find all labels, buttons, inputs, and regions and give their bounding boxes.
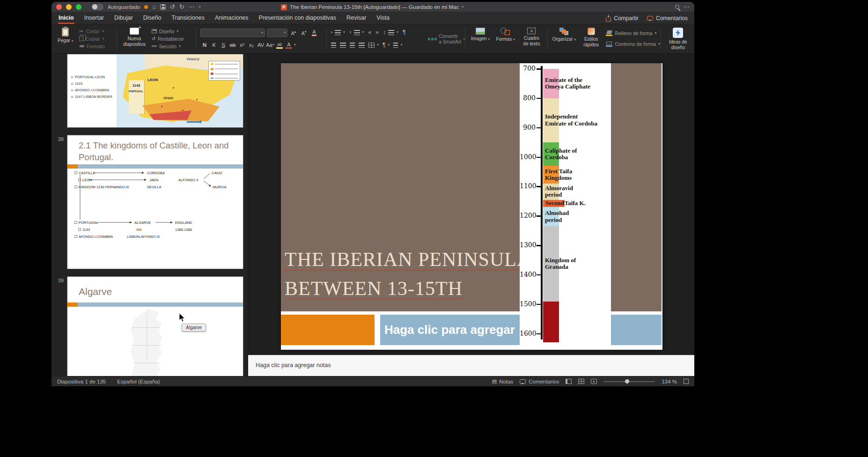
- tab-vista[interactable]: Vista: [376, 12, 390, 24]
- tab-animaciones[interactable]: Animaciones: [214, 12, 249, 24]
- arrange-icon: [559, 28, 569, 35]
- shrink-font-button[interactable]: A▾: [300, 29, 308, 36]
- language-indicator[interactable]: Español (España): [117, 379, 160, 384]
- numbering-button[interactable]: 1▾: [349, 29, 364, 36]
- font-color-button[interactable]: A: [285, 41, 293, 49]
- toolbar-caret-icon[interactable]: ▾: [199, 5, 201, 9]
- change-case-button[interactable]: Aa▾: [266, 41, 274, 49]
- caret-icon: ▾: [397, 30, 398, 34]
- current-slide[interactable]: THE IBERIAN PENINSULA BETWEEN 13-15TH 70…: [281, 63, 662, 350]
- caret-icon: ▾: [513, 37, 515, 42]
- fit-to-window-button[interactable]: [684, 379, 689, 384]
- quick-styles-icon: [588, 28, 595, 35]
- slide-brown-panel[interactable]: THE IBERIAN PENINSULA BETWEEN 13-15TH: [281, 63, 520, 311]
- layout-button[interactable]: Diseño▾: [152, 28, 191, 35]
- tab-transiciones[interactable]: Transiciones: [171, 12, 205, 24]
- notes-toggle-button[interactable]: ▤Notas: [492, 379, 513, 384]
- tab-diseno[interactable]: Diseño: [143, 12, 162, 24]
- slide-sorter-view-button[interactable]: [578, 379, 584, 384]
- paragraph-mark-icon[interactable]: ¶: [403, 29, 405, 35]
- bullets-button[interactable]: •▾: [331, 29, 345, 36]
- insert-shapes-button[interactable]: Formas ▾: [495, 27, 516, 51]
- shape-outline-button[interactable]: Contorno de forma▾: [606, 41, 656, 48]
- maximize-button[interactable]: [76, 4, 81, 10]
- share-button[interactable]: Compartir: [606, 15, 639, 22]
- justify-button[interactable]: [359, 43, 365, 48]
- minimize-button[interactable]: [66, 4, 72, 10]
- grow-font-button[interactable]: A▴: [289, 29, 298, 36]
- zoom-slider-knob[interactable]: [625, 379, 629, 383]
- highlight-button[interactable]: ab: [275, 42, 284, 49]
- home-icon[interactable]: ⌂: [152, 4, 156, 10]
- tab-insertar[interactable]: Insertar: [84, 12, 104, 24]
- slide-thumbnail-panel[interactable]: PORTUGAL-LEON1143AFONSO I-COIMBRA1147 LI…: [51, 54, 248, 376]
- search-icon[interactable]: [675, 5, 679, 9]
- slideshow-button[interactable]: ▸: [591, 379, 597, 384]
- strikethrough-button[interactable]: ab: [228, 41, 237, 49]
- arrange-button[interactable]: Organizar ▾: [552, 27, 576, 51]
- superscript-button[interactable]: x²: [238, 41, 246, 49]
- title-caret-icon[interactable]: ▾: [462, 5, 463, 9]
- customize-toolbar-icon[interactable]: ⋯: [189, 4, 195, 10]
- tab-inicio[interactable]: Inicio: [58, 12, 74, 24]
- slide-title-line1[interactable]: THE IBERIAN PENINSULA: [285, 250, 531, 269]
- align-right-button[interactable]: [350, 43, 355, 48]
- more-options-icon[interactable]: ⋯: [684, 4, 690, 10]
- slide-orange-block[interactable]: [281, 315, 375, 345]
- insert-textbox-button[interactable]: A Cuadrode texto: [520, 27, 544, 51]
- text-direction-button[interactable]: ¶▾: [383, 42, 390, 49]
- slide-title-line2[interactable]: BETWEEN 13-15TH: [285, 279, 463, 298]
- close-button[interactable]: [56, 4, 62, 10]
- insert-picture-button[interactable]: Imagen ▾: [470, 27, 491, 51]
- slide-37-thumbnail[interactable]: PORTUGAL-LEON1143AFONSO I-COIMBRA1147 LI…: [67, 54, 243, 128]
- tab-dibujar[interactable]: Dibujar: [114, 12, 133, 24]
- zoom-percentage[interactable]: 134 %: [662, 379, 677, 384]
- increase-indent-icon[interactable]: »: [375, 29, 379, 35]
- align-text-button[interactable]: ▾: [393, 42, 402, 49]
- font-name-input[interactable]: [200, 29, 265, 37]
- slide-editor-canvas[interactable]: THE IBERIAN PENINSULA BETWEEN 13-15TH 70…: [248, 54, 694, 376]
- comments-button[interactable]: Comentarios: [647, 15, 688, 22]
- redo-icon[interactable]: ↻: [179, 4, 184, 10]
- italic-button[interactable]: K: [210, 41, 218, 49]
- format-painter-button[interactable]: Formato: [79, 43, 112, 50]
- subscript-button[interactable]: x₂: [247, 41, 256, 49]
- align-center-button[interactable]: [340, 43, 346, 48]
- line-spacing-button[interactable]: ↕▾: [383, 29, 398, 36]
- notes-pane[interactable]: Haga clic para agregar notas: [248, 355, 694, 376]
- bold-button[interactable]: N: [200, 41, 209, 49]
- cut-button[interactable]: ✂Cortar▾: [79, 28, 112, 35]
- slide-39-thumbnail[interactable]: Algarve Algarve: [67, 276, 243, 376]
- design-ideas-button[interactable]: Ideas dediseño: [665, 27, 691, 51]
- slide-blue-block-right[interactable]: [611, 315, 662, 345]
- clear-formatting-button[interactable]: A: [310, 29, 318, 37]
- subtitle-placeholder[interactable]: Haga clic para agregar: [380, 315, 520, 345]
- slide-38-thumbnail[interactable]: 2.1 The kingdoms of Castille, Leon and P…: [67, 135, 243, 269]
- align-left-button[interactable]: [331, 43, 336, 48]
- quick-styles-button[interactable]: Estilosrápidos: [581, 27, 602, 51]
- timeline-year-label: 1100: [520, 182, 536, 190]
- undo-icon[interactable]: ↺: [170, 4, 175, 10]
- autosave-toggle[interactable]: [91, 4, 103, 10]
- character-spacing-button[interactable]: AV: [257, 41, 265, 49]
- new-slide-button[interactable]: Nuevadiapositiva: [121, 27, 147, 51]
- slide-brown-panel-right[interactable]: [611, 63, 662, 311]
- comments-toggle-button[interactable]: Comentarios: [520, 379, 559, 384]
- tab-revisar[interactable]: Revisar: [346, 12, 367, 24]
- columns-button[interactable]: ▾: [368, 42, 379, 49]
- section-button[interactable]: Sección▾: [152, 43, 191, 50]
- paste-button[interactable]: Pegar ▾: [56, 27, 75, 51]
- diagram-node: AFONSO I-COIMBRA: [74, 235, 113, 239]
- normal-view-button[interactable]: [566, 379, 572, 384]
- zoom-slider[interactable]: [603, 381, 655, 382]
- save-icon[interactable]: [160, 4, 166, 10]
- shape-fill-button[interactable]: Relleno de forma▾: [606, 30, 656, 37]
- reset-button[interactable]: ↺Restablecer: [152, 35, 191, 42]
- decrease-indent-icon[interactable]: «: [368, 29, 372, 35]
- copy-button[interactable]: Copiar▾: [79, 35, 112, 42]
- underline-button[interactable]: S: [219, 41, 228, 49]
- tab-presentacion[interactable]: Presentación con diapositivas: [258, 12, 337, 24]
- timeline-strip[interactable]: 7008009001000110012001300140015001600Emi…: [520, 63, 611, 345]
- convert-smartart-button[interactable]: Convertira SmartArt ▾: [428, 27, 461, 51]
- screen: Autoguardado ⌂ ↺ ↻ ⋯ ▾ P The Iberian Pen…: [0, 0, 868, 457]
